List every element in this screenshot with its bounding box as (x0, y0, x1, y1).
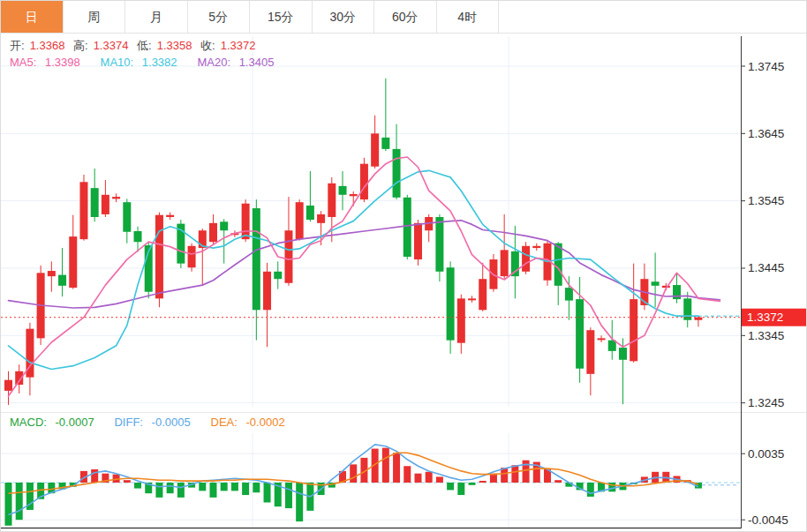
diff-value: DIFF: -0.0005 (114, 416, 201, 429)
svg-text:1.3345: 1.3345 (748, 329, 784, 342)
high-value: 1.3374 (94, 39, 129, 52)
close-label: 收: (200, 39, 215, 52)
open-label: 开: (10, 39, 25, 52)
ohlc-readout: 开:1.3368 高:1.3374 低:1.3358 收:1.3372 (10, 38, 260, 54)
current-price-label: 1.3372 (742, 309, 807, 326)
low-value: 1.3358 (157, 39, 192, 52)
macd-value: MACD: -0.0007 (10, 416, 106, 429)
svg-text:1.3245: 1.3245 (748, 396, 784, 409)
svg-text:1.3445: 1.3445 (748, 261, 784, 274)
svg-text:1.3645: 1.3645 (748, 127, 784, 140)
svg-text:1.3545: 1.3545 (748, 194, 784, 207)
grid-lines (1, 36, 741, 528)
candlestick-chart[interactable]: 1.37451.36451.35451.34451.33451.32450.00… (1, 1, 807, 532)
open-value: 1.3368 (30, 39, 65, 52)
candles (4, 79, 702, 405)
svg-text:-0.0045: -0.0045 (748, 513, 788, 527)
svg-text:0.0035: 0.0035 (748, 447, 784, 461)
price-axis: 1.37451.36451.35451.34451.33451.32450.00… (741, 60, 788, 527)
ma-readout: MA5: 1.3398 MA10: 1.3382 MA20: 1.3405 (10, 56, 284, 69)
dea-value: DEA: -0.0002 (211, 416, 290, 429)
high-label: 高: (73, 39, 88, 52)
close-value: 1.3372 (221, 39, 256, 52)
ma20-line (9, 221, 720, 308)
svg-text:1.3372: 1.3372 (747, 311, 783, 324)
ma20-label: MA20: 1.3405 (197, 56, 279, 69)
svg-text:1.3745: 1.3745 (748, 60, 784, 73)
ma5-label: MA5: 1.3398 (10, 56, 92, 69)
macd-histogram (5, 448, 702, 526)
ma10-label: MA10: 1.3382 (101, 56, 189, 69)
macd-readout: MACD: -0.0007 DIFF: -0.0005 DEA: -0.0002 (10, 416, 296, 429)
low-label: 低: (137, 39, 152, 52)
chart-window: 日 周 月 5分 15分 30分 60分 4时 1.37451.36451.35… (0, 0, 807, 532)
